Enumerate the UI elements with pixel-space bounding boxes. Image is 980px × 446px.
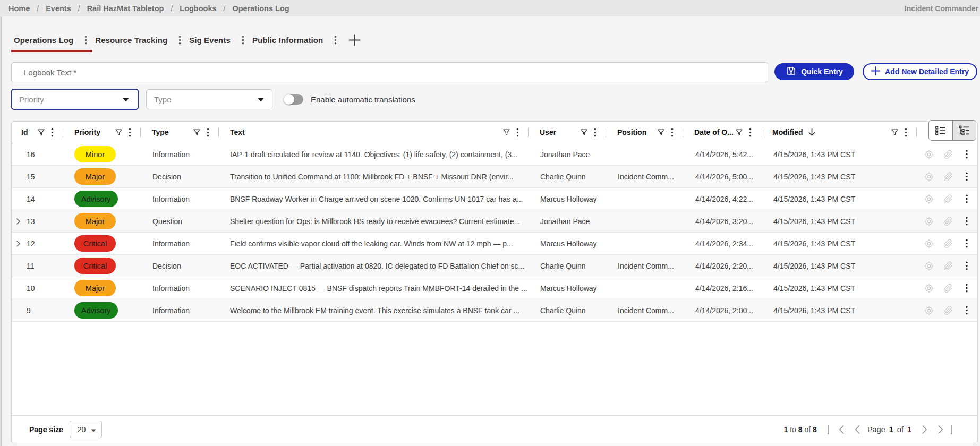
filter-icon[interactable] (581, 129, 587, 136)
add-tab-icon[interactable] (348, 34, 361, 46)
log-row-12[interactable]: 12CriticalInformationField confirms visi… (12, 233, 977, 255)
locate-icon[interactable] (924, 239, 934, 248)
kebab-menu-icon[interactable] (962, 172, 971, 181)
expand-row-button[interactable] (14, 218, 22, 225)
tree-list-view-button[interactable] (952, 121, 976, 140)
breadcrumb-item[interactable]: Home (8, 4, 30, 13)
attachment-icon[interactable] (943, 239, 953, 248)
expand-row-icon[interactable] (14, 240, 22, 247)
tab-sig-events[interactable]: Sig Events (186, 30, 250, 50)
type-select[interactable]: Type (146, 89, 272, 109)
attachment-button[interactable] (943, 150, 953, 159)
column-header-position[interactable]: Position (606, 122, 683, 143)
locate-icon[interactable] (924, 217, 934, 226)
kebab-menu-icon[interactable] (51, 128, 54, 137)
flat-list-view-button[interactable] (929, 121, 952, 140)
locate-icon[interactable] (924, 306, 934, 315)
column-menu-button[interactable] (516, 128, 519, 137)
kebab-menu-icon[interactable] (962, 239, 971, 248)
log-row-10[interactable]: 10MajorInformationSCENARIO INJECT 0815 —… (12, 277, 977, 299)
attachment-icon[interactable] (943, 284, 953, 293)
column-menu-button[interactable] (51, 128, 54, 137)
kebab-menu-icon[interactable] (749, 128, 752, 137)
next-page-button[interactable] (922, 425, 927, 434)
tab-public-information[interactable]: Public Information (250, 30, 342, 50)
quick-entry-button[interactable]: Quick Entry (774, 63, 854, 80)
column-filter-button[interactable] (38, 129, 45, 136)
attachment-icon[interactable] (943, 150, 953, 159)
column-menu-button[interactable] (594, 128, 596, 137)
filter-icon[interactable] (193, 129, 200, 136)
column-menu-button[interactable] (129, 128, 131, 137)
column-menu-button[interactable] (749, 128, 752, 137)
locate-button[interactable] (924, 150, 934, 159)
kebab-menu-icon[interactable] (207, 128, 209, 137)
attachment-icon[interactable] (943, 306, 953, 315)
column-filter-button[interactable] (658, 129, 664, 136)
add-new-detailed-entry-button[interactable]: Add New Detailed Entry (863, 63, 977, 80)
log-row-15[interactable]: 15MajorDecisionTransition to Unified Com… (12, 166, 977, 188)
locate-button[interactable] (924, 284, 934, 293)
expand-row-icon[interactable] (14, 218, 22, 225)
locate-button[interactable] (924, 194, 934, 204)
breadcrumb-item[interactable]: Events (46, 4, 71, 13)
log-row-11[interactable]: 11CriticalDecisionEOC ACTIVATED — Partia… (12, 255, 977, 277)
column-header-date[interactable]: Date of O... (683, 122, 761, 143)
column-filter-button[interactable] (115, 129, 122, 136)
column-header-text[interactable]: Text (219, 122, 529, 143)
kebab-menu-icon[interactable] (594, 128, 596, 137)
row-menu-button[interactable] (962, 194, 971, 203)
locate-button[interactable] (924, 217, 934, 226)
column-menu-button[interactable] (207, 128, 209, 137)
filter-icon[interactable] (891, 129, 898, 136)
column-filter-button[interactable] (503, 129, 510, 136)
filter-icon[interactable] (38, 129, 45, 136)
attachment-button[interactable] (943, 172, 953, 182)
row-menu-button[interactable] (962, 284, 971, 293)
column-header-modified[interactable]: Modified (761, 122, 917, 143)
attachment-button[interactable] (943, 239, 953, 248)
row-menu-button[interactable] (962, 217, 971, 226)
row-menu-button[interactable] (962, 306, 971, 315)
attachment-button[interactable] (943, 284, 953, 293)
locate-button[interactable] (924, 239, 934, 248)
kebab-menu-icon[interactable] (962, 284, 971, 293)
kebab-menu-icon[interactable] (962, 150, 971, 159)
attachment-button[interactable] (943, 306, 953, 315)
kebab-menu-icon[interactable] (178, 36, 181, 45)
row-menu-button[interactable] (962, 239, 971, 248)
kebab-menu-icon[interactable] (516, 128, 519, 137)
log-row-16[interactable]: 16MinorInformationIAP-1 draft circulated… (12, 143, 977, 166)
previous-page-button[interactable] (855, 425, 860, 434)
logbook-text-input[interactable] (11, 62, 768, 82)
kebab-menu-icon[interactable] (962, 306, 971, 315)
filter-icon[interactable] (115, 129, 122, 136)
kebab-menu-icon[interactable] (84, 36, 87, 45)
first-page-button[interactable] (839, 425, 845, 434)
row-menu-button[interactable] (962, 172, 971, 181)
column-filter-button[interactable] (891, 129, 898, 136)
column-header-priority[interactable]: Priority (63, 122, 141, 143)
column-filter-button[interactable] (193, 129, 200, 136)
column-menu-button[interactable] (671, 128, 674, 137)
column-header-id[interactable]: Id (12, 122, 63, 143)
attachment-button[interactable] (943, 217, 953, 226)
row-menu-button[interactable] (962, 261, 971, 270)
filter-icon[interactable] (736, 129, 743, 136)
locate-icon[interactable] (924, 194, 934, 204)
tab-menu-button[interactable] (333, 35, 338, 46)
kebab-menu-icon[interactable] (242, 36, 244, 45)
log-row-9[interactable]: 9AdvisoryInformationWelcome to the Millb… (12, 299, 977, 322)
filter-icon[interactable] (658, 129, 664, 136)
kebab-menu-icon[interactable] (905, 128, 907, 137)
locate-icon[interactable] (924, 172, 934, 182)
priority-select[interactable]: Priority (11, 89, 139, 110)
attachment-icon[interactable] (943, 261, 953, 271)
breadcrumb-item[interactable]: Operations Log (232, 4, 289, 13)
kebab-menu-icon[interactable] (671, 128, 674, 137)
log-row-13[interactable]: 13MajorQuestionShelter question for Ops:… (12, 210, 977, 233)
column-filter-button[interactable] (581, 129, 587, 136)
locate-icon[interactable] (924, 150, 934, 159)
kebab-menu-icon[interactable] (962, 194, 971, 203)
column-menu-button[interactable] (905, 128, 907, 137)
